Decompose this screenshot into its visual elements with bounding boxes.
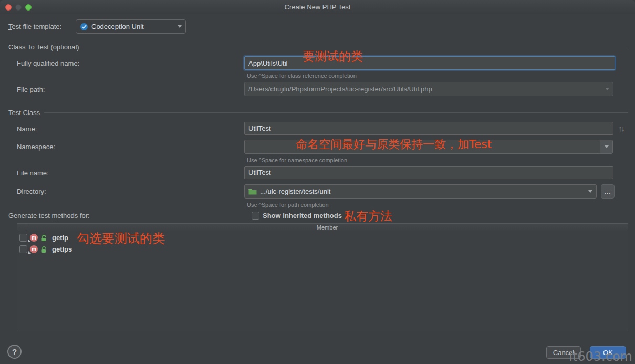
file-name-input[interactable] xyxy=(244,166,613,179)
chevron-down-icon xyxy=(178,25,182,28)
label-text: ethods for: xyxy=(57,212,89,220)
member-checkbox[interactable] xyxy=(19,234,27,242)
show-inherited-label: Show inherited methods xyxy=(263,212,342,220)
file-path-value: /Users/chujilu/PhpstormProjects/uic-regi… xyxy=(248,85,432,93)
chevron-down-icon xyxy=(605,88,609,90)
member-column-header: Member xyxy=(27,224,628,231)
method-glyph: m xyxy=(32,246,36,252)
show-inherited-checkbox[interactable] xyxy=(252,212,259,220)
open-lock-icon xyxy=(40,234,47,242)
selected-template: Codeception Unit xyxy=(91,23,144,30)
overrides-arrow-icon xyxy=(28,251,31,254)
annotation-members: 勾选要测试的类 xyxy=(77,230,165,247)
test-class-section: Test Class xyxy=(8,109,628,117)
codeception-icon xyxy=(80,23,88,31)
up-down-arrows-icon: ↑↓ xyxy=(618,124,624,133)
namespace-dropdown-button[interactable] xyxy=(600,140,612,153)
overrides-arrow-icon xyxy=(28,240,31,242)
browse-directory-button[interactable]: ... xyxy=(601,184,615,199)
annotation-inherited: 私有方法 xyxy=(344,208,392,224)
section-title: Class To Test (optional) xyxy=(8,43,79,51)
annotation-fqn: 要测试的类 xyxy=(303,48,363,65)
test-file-template-select[interactable]: Codeception Unit xyxy=(76,19,186,34)
titlebar: Create New PHP Test xyxy=(0,0,635,14)
file-path-label: File path: xyxy=(17,86,45,93)
chevron-down-icon xyxy=(605,145,609,148)
directory-hint: Use ^Space for path completion xyxy=(247,202,329,208)
window-title: Create New PHP Test xyxy=(0,3,635,11)
help-button[interactable]: ? xyxy=(7,345,22,359)
test-file-template-label: Test file template: xyxy=(8,23,61,30)
open-lock-icon xyxy=(40,246,47,253)
section-title: Test Class xyxy=(8,109,40,117)
file-path-select[interactable]: /Users/chujilu/PhpstormProjects/uic-regi… xyxy=(244,82,613,96)
member-name: getIp xyxy=(52,234,68,242)
fqn-hint: Use ^Space for class reference completio… xyxy=(247,72,357,79)
generate-methods-label: Generate test methods for: xyxy=(8,212,90,220)
folder-icon xyxy=(248,188,257,195)
directory-combobox[interactable]: .../uic-register/tests/unit xyxy=(244,184,597,199)
member-checkbox[interactable] xyxy=(19,245,27,253)
directory-label: Directory: xyxy=(17,188,46,195)
fqn-input[interactable] xyxy=(244,56,615,70)
name-label: Name: xyxy=(17,125,37,133)
test-class-name-input[interactable] xyxy=(244,122,613,135)
namespace-label: Namespace: xyxy=(17,143,55,151)
label-text: est file template: xyxy=(12,23,62,30)
method-glyph: m xyxy=(32,235,36,241)
mnemonic: m xyxy=(51,212,57,220)
label-text: Generate test xyxy=(8,212,51,220)
method-icon: m xyxy=(30,245,38,253)
fqn-label: Fully qualified name: xyxy=(17,59,79,67)
namespace-hint: Use ^Space for namespace completion xyxy=(247,157,347,163)
file-name-label: File name: xyxy=(17,169,49,177)
cancel-button[interactable]: Cancel xyxy=(546,346,581,359)
ok-button[interactable]: OK xyxy=(590,346,626,359)
section-divider xyxy=(84,47,628,47)
member-name: getIps xyxy=(52,245,72,253)
directory-value: .../uic-register/tests/unit xyxy=(260,188,330,195)
chevron-down-icon xyxy=(588,190,592,193)
annotation-namespace: 命名空间最好与原类保持一致，加Test xyxy=(296,137,492,152)
method-icon: m xyxy=(30,234,38,242)
section-divider xyxy=(44,112,628,113)
